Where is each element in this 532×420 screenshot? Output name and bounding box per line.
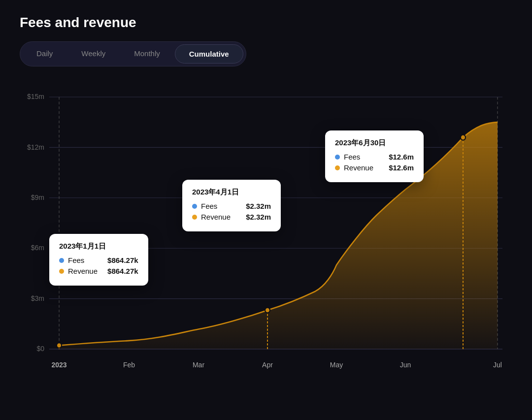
svg-text:$9m: $9m [31, 194, 44, 202]
svg-text:Jun: Jun [400, 361, 411, 369]
page-title: Fees and revenue [20, 15, 512, 31]
svg-text:Apr: Apr [262, 361, 273, 369]
svg-point-25 [265, 308, 270, 313]
svg-text:Mar: Mar [193, 361, 204, 369]
tab-daily[interactable]: Daily [23, 44, 66, 64]
tab-monthly[interactable]: Monthly [120, 44, 174, 64]
svg-text:2023: 2023 [51, 361, 66, 369]
chart-area: $0 $3m $6m $9m $12m $15m 2023 Feb Mar Ap… [20, 81, 512, 396]
svg-text:$6m: $6m [31, 244, 44, 252]
svg-text:$3m: $3m [31, 294, 44, 302]
chart-svg: $0 $3m $6m $9m $12m $15m 2023 Feb Mar Ap… [20, 81, 512, 396]
svg-text:$15m: $15m [27, 93, 44, 101]
svg-text:May: May [330, 361, 343, 369]
tab-weekly[interactable]: Weekly [67, 44, 119, 64]
tab-bar: Daily Weekly Monthly Cumulative [20, 41, 246, 66]
svg-text:$12m: $12m [27, 143, 44, 151]
svg-point-26 [461, 135, 466, 140]
svg-text:Jul: Jul [493, 361, 502, 369]
svg-text:$0: $0 [36, 345, 44, 353]
tab-cumulative[interactable]: Cumulative [175, 44, 243, 64]
svg-text:Feb: Feb [123, 361, 135, 369]
svg-point-24 [57, 343, 62, 348]
